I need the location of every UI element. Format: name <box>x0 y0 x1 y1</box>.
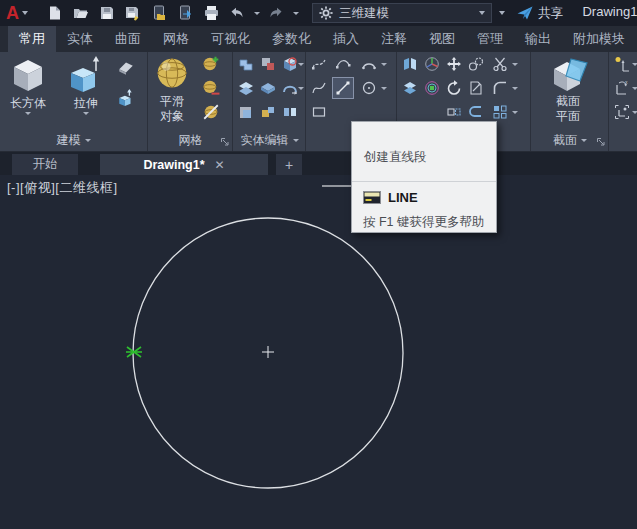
check-solid-button[interactable] <box>258 102 278 122</box>
autocad-logo-icon[interactable]: A <box>6 4 19 22</box>
ucs-rotate-x-button[interactable]: x <box>612 78 632 98</box>
fillet-dropdown-icon[interactable] <box>512 87 518 90</box>
shell-button[interactable] <box>236 102 256 122</box>
new-drawing-tab-button[interactable]: + <box>276 154 302 175</box>
tab-parametric[interactable]: 参数化 <box>261 26 322 52</box>
open-from-web-mobile-button[interactable] <box>148 2 170 24</box>
gizmo-move-button[interactable] <box>422 54 442 74</box>
slice-button[interactable] <box>236 78 256 98</box>
save-as-icon <box>125 5 141 21</box>
gizmo-rotate-button[interactable] <box>422 78 442 98</box>
planar-surface-button[interactable] <box>116 58 136 78</box>
ribbon-tab-bar: 常用 实体 曲面 网格 可视化 参数化 插入 注释 视图 管理 输出 附加模块 … <box>0 26 637 52</box>
array-dropdown-icon[interactable] <box>512 111 518 114</box>
tab-insert[interactable]: 插入 <box>322 26 370 52</box>
interfere-dropdown-icon[interactable] <box>298 63 304 66</box>
subtract-icon <box>260 56 276 72</box>
tab-drawing1[interactable]: Drawing1* ✕ <box>100 154 268 175</box>
box-button[interactable]: 长方体 <box>8 55 48 115</box>
mirror-3d-button[interactable] <box>400 54 420 74</box>
line-button[interactable] <box>332 77 354 99</box>
ucs-world-button[interactable] <box>612 102 632 122</box>
spline-fit-button[interactable] <box>309 78 329 98</box>
mesh-refine-button[interactable] <box>201 54 221 74</box>
offset-button[interactable] <box>466 102 486 122</box>
section-plane-button[interactable]: 截面 平面 <box>546 55 590 123</box>
tab-home[interactable]: 常用 <box>8 26 56 52</box>
undo-dropdown-icon[interactable] <box>254 12 260 15</box>
tooltip: 创建直线段 LINE 按 F1 键获得更多帮助 <box>351 121 497 233</box>
tab-mesh[interactable]: 网格 <box>152 26 200 52</box>
box-dropdown-icon[interactable] <box>25 112 31 115</box>
spline-fit-icon <box>311 80 327 96</box>
panel-label-modeling[interactable]: 建模 <box>0 130 147 150</box>
copy-button[interactable] <box>466 54 486 74</box>
save-to-web-mobile-button[interactable] <box>174 2 196 24</box>
union-button[interactable] <box>236 54 256 74</box>
quick-access-expand-icon[interactable] <box>499 11 505 15</box>
rectangle-button[interactable] <box>309 102 329 122</box>
circle-button[interactable] <box>359 78 379 98</box>
drawing-canvas[interactable]: [-][俯视][二维线框] <box>0 175 637 529</box>
tab-surface[interactable]: 曲面 <box>104 26 152 52</box>
save-button[interactable] <box>96 2 118 24</box>
fillet-button[interactable] <box>490 78 510 98</box>
tab-manage[interactable]: 管理 <box>466 26 514 52</box>
arc-dropdown-icon[interactable] <box>381 63 387 66</box>
tab-annotate[interactable]: 注释 <box>370 26 418 52</box>
polyline-button[interactable] <box>309 54 329 74</box>
mesh-crease-button[interactable] <box>201 102 221 122</box>
array-button[interactable] <box>490 102 510 122</box>
plot-button[interactable] <box>200 2 222 24</box>
subtract-button[interactable] <box>258 54 278 74</box>
ucs-world-dropdown-icon[interactable] <box>632 111 637 114</box>
tab-addins[interactable]: 附加模块 <box>562 26 636 52</box>
panel-label-mesh[interactable]: 网格 <box>149 130 232 150</box>
extend-button[interactable] <box>466 78 486 98</box>
mesh-refine-icon <box>202 55 220 73</box>
undo-button[interactable] <box>226 2 248 24</box>
stretch-button[interactable] <box>444 102 464 122</box>
arc-button[interactable] <box>359 54 379 74</box>
share-button[interactable]: 共享 <box>517 5 563 22</box>
viewport-controls[interactable]: [-][俯视][二维线框] <box>7 179 118 197</box>
app-menu-chevron-icon[interactable] <box>22 11 28 15</box>
paper-plane-icon <box>517 6 533 20</box>
panel-label-solid-editing[interactable]: 实体编辑 <box>234 130 305 150</box>
smooth-object-button[interactable]: 平滑 对象 <box>153 55 191 123</box>
workspace-selector[interactable]: 三维建模 <box>312 3 492 23</box>
thicken-button[interactable] <box>258 78 278 98</box>
tooltip-help: 按 F1 键获得更多帮助 <box>363 214 485 231</box>
panel-section-launcher-icon[interactable] <box>597 138 605 146</box>
tab-visualize[interactable]: 可视化 <box>200 26 261 52</box>
move-button[interactable] <box>444 54 464 74</box>
extrude-button[interactable]: 拉伸 <box>66 55 106 115</box>
new-file-button[interactable] <box>44 2 66 24</box>
rotate-button[interactable] <box>444 78 464 98</box>
tab-solid[interactable]: 实体 <box>56 26 104 52</box>
tab-output[interactable]: 输出 <box>514 26 562 52</box>
extrude-icon <box>66 55 106 95</box>
separate-button[interactable] <box>280 102 300 122</box>
spline-cv-button[interactable] <box>333 54 353 74</box>
ucs-button[interactable] <box>612 54 632 74</box>
tab-view[interactable]: 视图 <box>418 26 466 52</box>
close-tab-icon[interactable]: ✕ <box>215 159 225 171</box>
redo-button[interactable] <box>265 2 287 24</box>
save-as-button[interactable] <box>122 2 144 24</box>
extrude-dropdown-icon[interactable] <box>83 112 89 115</box>
imprint-dropdown-icon[interactable] <box>298 87 304 90</box>
trim-button[interactable] <box>490 54 510 74</box>
panel-mesh-launcher-icon[interactable] <box>221 138 229 146</box>
trim-dropdown-icon[interactable] <box>512 63 518 66</box>
redo-dropdown-icon[interactable] <box>293 12 299 15</box>
tab-start[interactable]: 开始 <box>12 154 78 175</box>
offset-surface-icon <box>402 80 418 96</box>
ucs-rotate-x-dropdown-icon[interactable] <box>632 87 637 90</box>
presspull-button[interactable] <box>116 88 136 108</box>
offset-surface-button[interactable] <box>400 78 420 98</box>
circle-dropdown-icon[interactable] <box>381 87 387 90</box>
ucs-dropdown-icon[interactable] <box>632 63 637 66</box>
open-file-button[interactable] <box>70 2 92 24</box>
mesh-unrefine-button[interactable] <box>201 78 221 98</box>
